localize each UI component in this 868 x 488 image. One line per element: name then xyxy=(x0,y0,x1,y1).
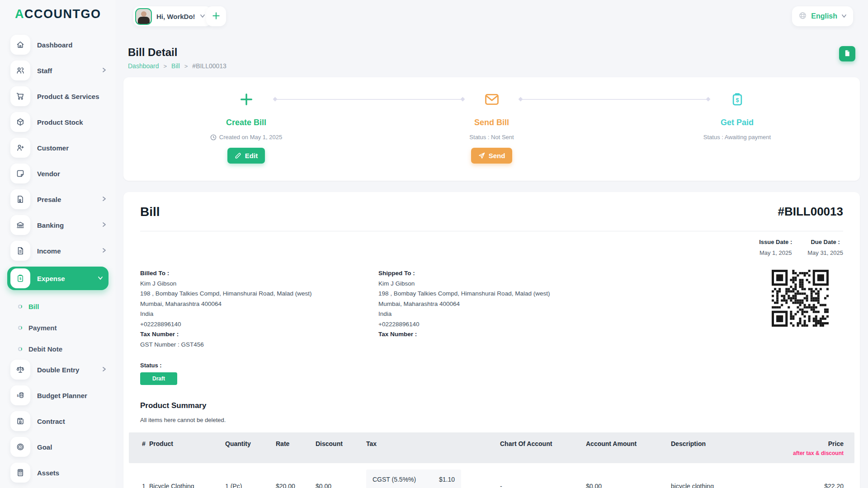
step-create-bill: Create Bill Created on May 1, 2025 Edit xyxy=(123,77,369,181)
sidebar-item-dashboard[interactable]: Dashboard xyxy=(10,35,108,55)
breadcrumb-separator: > xyxy=(164,63,167,70)
breadcrumb-separator: > xyxy=(184,63,188,70)
bill-head: Bill #BILL00013 xyxy=(140,205,843,219)
bill-parties: Billed To : Kim J Gibson 198 , Bombay Ta… xyxy=(140,270,843,351)
language-selector[interactable]: English xyxy=(792,6,853,26)
sidebar-item-label: Budget Planner xyxy=(37,392,108,399)
topbar: Hi, WorkDo! English xyxy=(115,0,868,33)
file-text-icon xyxy=(10,241,30,261)
product-table-header: # Product Quantity Rate Discount Tax Cha… xyxy=(129,432,854,463)
sidebar-item-goal[interactable]: Goal xyxy=(10,437,108,457)
bullet-icon xyxy=(18,326,22,330)
sidebar-item-assets[interactable]: Assets xyxy=(10,463,108,483)
file-icon xyxy=(844,49,851,58)
bill-status: Status : Draft xyxy=(140,362,843,385)
cart-icon xyxy=(10,86,30,106)
plus-icon xyxy=(212,11,221,22)
shipped-to: Shipped To : Kim J Gibson 198 , Bombay T… xyxy=(378,270,617,351)
product-summary-title: Product Summary xyxy=(140,401,843,410)
target-icon xyxy=(10,437,30,457)
breadcrumb-bill[interactable]: Bill xyxy=(171,62,180,70)
subitem-label: Payment xyxy=(28,324,57,332)
sidebar-item-income[interactable]: Income xyxy=(10,241,108,261)
globe-icon xyxy=(798,11,807,22)
due-date: Due Date : May 31, 2025 xyxy=(807,239,843,256)
breadcrumb-current: #BILL00013 xyxy=(192,62,226,70)
sidebar-item-product-stock[interactable]: Product Stock xyxy=(10,112,108,132)
sidebar-item-label: Assets xyxy=(37,469,108,477)
chevron-right-icon xyxy=(101,195,107,203)
logo-accent-letter: A xyxy=(15,7,24,21)
sidebar-item-label: Staff xyxy=(37,67,101,75)
sidebar-item-label: Customer xyxy=(37,144,108,152)
bullet-icon xyxy=(18,305,22,309)
send-bill-button[interactable]: Send xyxy=(471,148,513,164)
sidebar-subitem-debit-note[interactable]: Debit Note xyxy=(0,338,115,360)
sidebar-item-label: Product Stock xyxy=(37,118,108,126)
app-screen: ACCOUNTGO Dashboard Staff Product & Serv… xyxy=(0,0,868,488)
svg-text:$: $ xyxy=(19,277,22,281)
step-send-bill: Send Bill Status : Not Sent Send xyxy=(369,77,614,181)
sidebar-item-expense[interactable]: $ Expense xyxy=(7,267,108,290)
step-status: Status : Not Sent xyxy=(369,134,614,141)
chevron-down-icon xyxy=(200,12,205,20)
price-sub-label: after tax & discount xyxy=(770,450,844,456)
sidebar-nav: Dashboard Staff Product & Services Produ… xyxy=(0,35,115,488)
sidebar-item-customer[interactable]: Customer xyxy=(10,138,108,158)
sidebar-item-staff[interactable]: Staff xyxy=(10,61,108,80)
send-icon xyxy=(478,152,485,159)
chevron-right-icon xyxy=(101,366,107,374)
floppy-icon xyxy=(10,411,30,431)
step-status: Status : Awaiting payment xyxy=(614,134,860,141)
sidebar-item-budget-planner[interactable]: $ Budget Planner xyxy=(10,385,108,405)
export-document-button[interactable] xyxy=(839,46,855,61)
bill-title: Bill xyxy=(140,205,160,219)
bill-progress-card: Create Bill Created on May 1, 2025 Edit … xyxy=(123,77,860,181)
page-header: Bill Detail Dashboard > Bill > #BILL0001… xyxy=(128,46,860,70)
edit-bill-button[interactable]: Edit xyxy=(227,148,265,164)
subitem-label: Bill xyxy=(28,303,39,310)
add-button[interactable] xyxy=(206,6,226,26)
sidebar-item-label: Product & Services xyxy=(37,93,108,100)
chevron-right-icon xyxy=(101,247,107,255)
breadcrumb-dashboard[interactable]: Dashboard xyxy=(128,62,159,70)
chevron-down-icon xyxy=(98,274,103,282)
sidebar-item-label: Goal xyxy=(37,443,108,451)
scales-icon xyxy=(10,360,30,380)
subitem-label: Debit Note xyxy=(28,345,62,353)
sidebar-item-vendor[interactable]: Vendor xyxy=(10,164,108,183)
user-menu[interactable]: Hi, WorkDo! xyxy=(133,6,212,26)
breadcrumb: Dashboard > Bill > #BILL00013 xyxy=(128,62,860,70)
coins-dollar-icon: $ xyxy=(10,385,30,405)
language-label: English xyxy=(811,12,837,20)
sidebar: ACCOUNTGO Dashboard Staff Product & Serv… xyxy=(0,0,115,488)
product-table: # Product Quantity Rate Discount Tax Cha… xyxy=(129,432,854,488)
calculator-icon xyxy=(10,463,30,483)
sidebar-item-label: Double Entry xyxy=(37,366,101,374)
step-title: Get Paid xyxy=(614,118,860,127)
pencil-icon xyxy=(235,152,241,159)
svg-text:$: $ xyxy=(736,97,739,103)
divider xyxy=(140,231,843,231)
envelope-icon xyxy=(369,91,614,108)
logo-rest: CCOUNTGO xyxy=(24,7,101,21)
bill-dates: Issue Date : May 1, 2025 Due Date : May … xyxy=(140,239,843,256)
main-content: Hi, WorkDo! English Bill Detail Dashboar… xyxy=(115,0,868,488)
step-title: Create Bill xyxy=(123,118,369,127)
bill-card: Bill #BILL00013 Issue Date : May 1, 2025… xyxy=(123,192,860,488)
cube-icon xyxy=(10,112,30,132)
sidebar-subitem-bill[interactable]: Bill xyxy=(0,296,115,317)
chevron-down-icon xyxy=(841,12,847,20)
bank-icon xyxy=(10,215,30,235)
sidebar-subitem-payment[interactable]: Payment xyxy=(0,317,115,338)
home-icon xyxy=(10,35,30,55)
sidebar-item-banking[interactable]: Banking xyxy=(10,215,108,235)
sidebar-item-product-services[interactable]: Product & Services xyxy=(10,86,108,106)
note-icon xyxy=(10,164,30,183)
brand-logo[interactable]: ACCOUNTGO xyxy=(15,7,115,21)
sidebar-item-presale[interactable]: Presale xyxy=(10,189,108,209)
sidebar-item-double-entry[interactable]: Double Entry xyxy=(10,360,108,380)
user-greeting: Hi, WorkDo! xyxy=(156,13,195,20)
clock-icon xyxy=(210,134,217,141)
sidebar-item-contract[interactable]: Contract xyxy=(10,411,108,431)
